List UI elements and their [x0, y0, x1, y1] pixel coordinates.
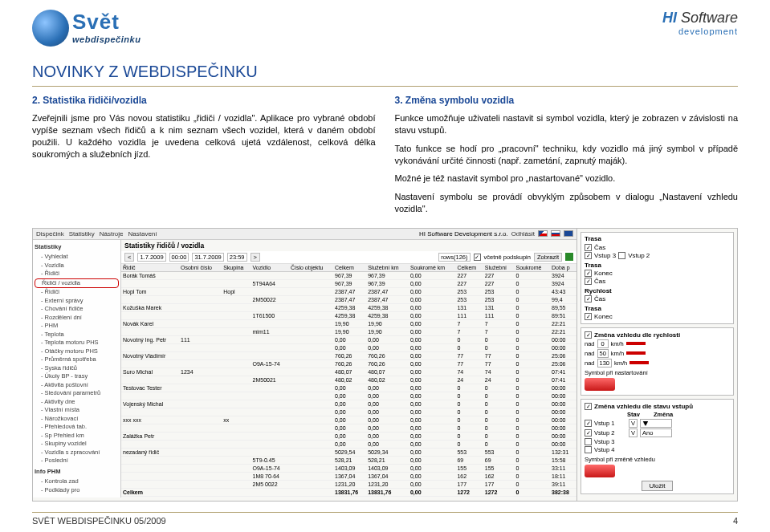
- table-row[interactable]: O9A-15-74760,26760,260,007777025:06: [121, 359, 576, 368]
- table-row[interactable]: Suro Michal1234480,07480,070,007474007:4…: [121, 368, 576, 376]
- chk-cas[interactable]: ✓: [585, 244, 592, 251]
- tree-item[interactable]: - Chování řidiče: [35, 305, 119, 314]
- tree-item[interactable]: - Vyhledat: [35, 253, 119, 262]
- flag-cz-icon[interactable]: [538, 230, 548, 237]
- chk-v2[interactable]: ✓: [585, 429, 592, 437]
- tree-item[interactable]: - PHM: [35, 322, 119, 331]
- table-row[interactable]: O9A-15-741403,091403,090,00155155033:11: [121, 464, 576, 472]
- table-row[interactable]: 1T615004259,384259,380,00111111089:51: [121, 311, 576, 319]
- col-header[interactable]: Soukromé: [515, 264, 551, 272]
- tree-item[interactable]: - Průměrná spotřeba: [35, 355, 119, 364]
- table-row[interactable]: Zalážka Petr0,000,000,0000000:00: [121, 432, 576, 440]
- col-header[interactable]: Řidič: [121, 264, 179, 272]
- col-header[interactable]: Celkem: [455, 264, 483, 272]
- excel-icon[interactable]: [565, 253, 573, 261]
- col-header[interactable]: Vozidlo: [251, 264, 289, 272]
- tree-item[interactable]: - Nárožkovací: [35, 415, 119, 424]
- chk-v1[interactable]: ✓: [585, 420, 592, 427]
- tree-item[interactable]: - Teplota: [35, 331, 119, 339]
- tree-item[interactable]: - Vlastní místa: [35, 406, 119, 415]
- table-row[interactable]: 5T94A64967,39967,390,0022722703924: [121, 279, 576, 287]
- flag-en-icon[interactable]: [564, 230, 573, 237]
- chk-cas2[interactable]: ✓: [585, 278, 592, 285]
- tree-item[interactable]: - Teplota motoru PHS: [35, 339, 119, 347]
- col-header[interactable]: Číslo objektu: [289, 264, 333, 272]
- tree-item[interactable]: - Řidiči: [35, 270, 119, 278]
- table-row[interactable]: nezadaný řidič5029,545029,340,0055355301…: [121, 448, 576, 456]
- tree-item[interactable]: - Externí správy: [35, 297, 119, 306]
- rows-select[interactable]: rows(126): [438, 253, 470, 262]
- car-symbol-change-icon[interactable]: [585, 465, 615, 477]
- tree-item[interactable]: - Sledování parametrů: [35, 389, 119, 398]
- tree-item[interactable]: - Přehledová tab.: [35, 423, 119, 432]
- table-row[interactable]: Hopl TomHopl2387,472387,470,00253253043:…: [121, 287, 576, 295]
- v1-state[interactable]: V: [629, 419, 638, 428]
- table-row[interactable]: Novotný Ing. Petr1110,000,000,0000000:00: [121, 335, 576, 343]
- table-row[interactable]: Borák Tomáš967,39967,390,0022722703924: [121, 271, 576, 279]
- logout-link[interactable]: Odhlásit: [511, 230, 535, 238]
- table-row[interactable]: 0,000,000,0000000:00: [121, 343, 576, 351]
- col-header[interactable]: Skupina: [222, 264, 251, 272]
- table-row[interactable]: 0,000,000,0000000:00: [121, 424, 576, 432]
- color-swatch-icon[interactable]: [626, 342, 646, 345]
- table-row[interactable]: Vojenský Michal0,000,000,0000000:00: [121, 400, 576, 408]
- chk-v3[interactable]: [585, 438, 592, 445]
- color-swatch-icon[interactable]: [626, 351, 646, 355]
- tree-item[interactable]: - Otáčky motoru PHS: [35, 347, 119, 356]
- table-row[interactable]: xxx xxxxx0,000,000,0000000:00: [121, 416, 576, 424]
- table-row[interactable]: 1M8 70-641367,041367,040,00162162018:11: [121, 472, 576, 480]
- tree-item[interactable]: - Rozdělení dní: [35, 314, 119, 323]
- table-row[interactable]: 0,000,000,0000000:00: [121, 408, 576, 416]
- car-symbol-icon[interactable]: [585, 378, 615, 391]
- tree-item[interactable]: - Aktivity dne: [35, 398, 119, 407]
- show-button[interactable]: Zobrazit: [534, 253, 562, 262]
- tab-statistiky[interactable]: Statistiky: [69, 230, 95, 238]
- table-row[interactable]: 2M500222387,472387,470,00253253099,4: [121, 295, 576, 303]
- chk-cas3[interactable]: ✓: [585, 295, 592, 303]
- chk-vstup2[interactable]: [618, 252, 625, 259]
- tree-item[interactable]: - Úkoly BP - trasy: [35, 372, 119, 381]
- speed-val-1[interactable]: 0: [597, 339, 609, 348]
- speed-val-2[interactable]: 50: [597, 349, 609, 358]
- tree-item[interactable]: - Poslední: [35, 457, 119, 465]
- speed-val-3[interactable]: 130: [597, 359, 613, 368]
- time-to-input[interactable]: 23:59: [227, 253, 247, 262]
- tree-item[interactable]: - Podklady pro: [35, 486, 119, 495]
- col-header[interactable]: Soukromé km: [409, 264, 455, 272]
- col-header[interactable]: Osobní číslo: [179, 264, 222, 272]
- tree-item[interactable]: - Sp Přehled km: [35, 432, 119, 441]
- chk-v4[interactable]: [585, 446, 592, 453]
- v1-change[interactable]: ⯆: [640, 419, 672, 428]
- date-next-button[interactable]: >: [251, 253, 260, 262]
- table-row[interactable]: Kožuška Marek4259,384259,380,00131131089…: [121, 303, 576, 311]
- save-button[interactable]: Uložit: [642, 481, 672, 491]
- date-to-input[interactable]: 31.7.2009: [192, 253, 223, 262]
- table-row[interactable]: Novotný Vladimír760,26760,260,007777025:…: [121, 351, 576, 359]
- subgroups-checkbox[interactable]: ✓: [474, 254, 481, 261]
- tab-nastaveni[interactable]: Nastavení: [128, 230, 157, 238]
- table-row[interactable]: 0,000,000,0000000:00: [121, 440, 576, 448]
- col-header[interactable]: Doba p: [550, 264, 576, 272]
- tree-item[interactable]: - Řidiči: [35, 288, 119, 297]
- chk-speed-change[interactable]: ✓: [585, 331, 592, 339]
- time-from-input[interactable]: 00:00: [169, 253, 189, 262]
- tree-item[interactable]: - Aktivita poštovní: [35, 381, 119, 390]
- tree-item[interactable]: - Skupiny vozidel: [35, 440, 119, 449]
- chk-input-change[interactable]: ✓: [585, 403, 592, 410]
- col-header[interactable]: Celkem: [333, 264, 366, 272]
- v2-state[interactable]: V: [629, 428, 638, 437]
- chk-konec[interactable]: ✓: [585, 270, 592, 277]
- col-header[interactable]: Služební km: [366, 264, 409, 272]
- color-swatch-icon[interactable]: [629, 361, 649, 364]
- table-row[interactable]: Novák Karel19,9019,900,0077022:21: [121, 319, 576, 327]
- date-from-input[interactable]: 1.7.2009: [137, 253, 165, 262]
- table-row[interactable]: 0,000,000,0000000:00: [121, 392, 576, 400]
- table-row[interactable]: 2M5 00221231,201231,200,00177177039:11: [121, 480, 576, 488]
- col-header[interactable]: Služební: [483, 264, 515, 272]
- tree-item-selected[interactable]: Řidiči / vozidla: [35, 278, 119, 289]
- flag-sk-icon[interactable]: [551, 230, 560, 237]
- tree-item[interactable]: - Syska řidičů: [35, 364, 119, 373]
- date-prev-button[interactable]: <: [124, 253, 134, 262]
- chk-konec2[interactable]: ✓: [585, 313, 592, 320]
- tab-nastroje[interactable]: Nástroje: [100, 230, 124, 238]
